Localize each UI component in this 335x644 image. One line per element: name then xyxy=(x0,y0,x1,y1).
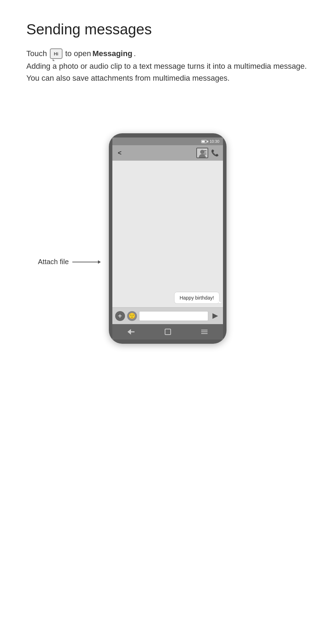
app-name: Messaging xyxy=(92,48,132,60)
nav-back-icon xyxy=(127,329,134,335)
app-bar: < 📞 xyxy=(112,145,223,161)
phone-mockup-container: Attach file 10:30 < xyxy=(0,133,335,344)
attach-plus-icon: + xyxy=(118,313,122,320)
contact-line-2 xyxy=(204,152,206,153)
messaging-icon-text: Hi xyxy=(54,52,58,56)
battery-body xyxy=(201,140,207,143)
navigation-bar xyxy=(112,324,223,340)
phone-shell: 10:30 < 📞 Happy birth xyxy=(109,133,226,344)
contact-body xyxy=(199,154,206,157)
description-line3: You can also save attachments from multi… xyxy=(26,72,309,84)
message-bubble: Happy birthday! xyxy=(174,292,219,304)
send-button[interactable] xyxy=(210,311,220,321)
battery-tip xyxy=(207,141,208,142)
nav-menu-line-2 xyxy=(201,331,208,332)
contact-lines xyxy=(204,150,206,154)
emoji-button[interactable]: 🙂 xyxy=(127,311,137,321)
call-icon[interactable]: 📞 xyxy=(210,148,220,158)
battery-fill xyxy=(202,141,205,142)
nav-menu-icon xyxy=(201,330,208,334)
attach-file-arrow xyxy=(72,262,100,262)
attach-button[interactable]: + xyxy=(115,311,125,321)
nav-home-icon xyxy=(165,329,171,335)
description-block: Touch Hi to open Messaging. Adding a pho… xyxy=(26,48,309,84)
touch-label: Touch xyxy=(26,48,47,60)
attach-file-label-container: Attach file xyxy=(38,258,100,266)
description-line2: Adding a photo or audio clip to a text m… xyxy=(26,60,309,72)
contact-line-3 xyxy=(204,154,206,154)
status-bar: 10:30 xyxy=(112,137,223,145)
nav-menu-line-3 xyxy=(201,333,208,334)
nav-menu-line-1 xyxy=(201,330,208,330)
page-content: Sending messages Touch Hi to open Messag… xyxy=(0,0,335,105)
phone-screen: 10:30 < 📞 Happy birth xyxy=(112,137,223,340)
nav-menu-button[interactable] xyxy=(201,330,208,334)
battery-icon xyxy=(201,140,208,143)
touch-line: Touch Hi to open Messaging. xyxy=(26,48,309,60)
nav-home-button[interactable] xyxy=(165,329,171,335)
nav-back-button[interactable] xyxy=(127,329,134,335)
emoji-face-icon: 🙂 xyxy=(129,313,136,319)
message-input[interactable] xyxy=(139,311,208,321)
attach-file-text: Attach file xyxy=(38,258,69,266)
contact-line-1 xyxy=(204,150,206,151)
back-button[interactable]: < xyxy=(115,148,125,158)
send-arrow-icon xyxy=(212,313,218,319)
messaging-app-icon: Hi xyxy=(50,48,63,59)
input-bar: + 🙂 xyxy=(112,307,223,324)
contact-icon[interactable] xyxy=(196,148,208,158)
period: . xyxy=(134,48,136,60)
message-area: Happy birthday! xyxy=(112,161,223,307)
to-open-text: to open xyxy=(65,48,91,60)
status-bar-time: 10:30 xyxy=(210,139,219,143)
page-title: Sending messages xyxy=(26,21,309,38)
